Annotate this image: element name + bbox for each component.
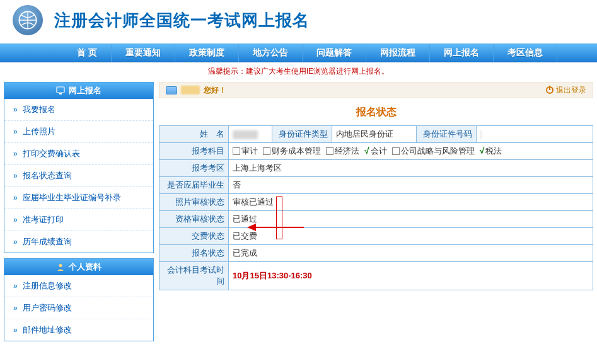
svg-point-3 bbox=[59, 264, 62, 267]
sidebar-item-edit-email[interactable]: »邮件地址修改 bbox=[4, 319, 153, 341]
reg-status-value: 已完成 bbox=[229, 245, 593, 262]
site-title: 注册会计师全国统一考试网上报名 bbox=[54, 9, 310, 31]
chevron-right-icon: » bbox=[13, 215, 18, 224]
panel-profile-title: 个人资料 bbox=[69, 261, 101, 273]
sidebar-item-apply[interactable]: »我要报名 bbox=[4, 99, 153, 121]
nav-home[interactable]: 首 页 bbox=[63, 44, 112, 62]
subjects-cell: 审计财务成本管理经济法√会计公司战略与风险管理√税法 bbox=[229, 143, 593, 160]
subject-label: 经济法 bbox=[335, 146, 359, 156]
chevron-right-icon: » bbox=[13, 171, 18, 180]
chevron-right-icon: » bbox=[13, 193, 18, 202]
panel-register: 网上报名 »我要报名 »上传照片 »打印交费确认表 »报名状态查询 »应届毕业生… bbox=[4, 82, 154, 253]
panel-profile: 个人资料 »注册信息修改 »用户密码修改 »邮件地址修改 bbox=[4, 258, 154, 341]
id-type-value: 内地居民身份证 bbox=[332, 126, 417, 143]
panel-register-title: 网上报名 bbox=[69, 85, 101, 96]
main-nav: 首 页 重要通知 政策制度 地方公告 问题解答 网报流程 网上报名 考区信息 bbox=[0, 43, 597, 62]
panel-profile-header: 个人资料 bbox=[4, 259, 153, 275]
id-no-value bbox=[477, 126, 593, 143]
nav-exam-area[interactable]: 考区信息 bbox=[494, 44, 557, 62]
nav-register[interactable]: 网上报名 bbox=[430, 44, 494, 62]
qual-status-value: 已通过 bbox=[229, 211, 593, 228]
photo-status-value: 审核已通过 bbox=[229, 194, 593, 211]
chevron-right-icon: » bbox=[13, 105, 18, 114]
subject-item: 公司战略与风险管理 bbox=[392, 146, 475, 156]
greeting-text: 您好！ bbox=[204, 85, 226, 96]
subject-item: √税法 bbox=[480, 146, 502, 156]
logout-button[interactable]: 退出登录 bbox=[546, 85, 586, 96]
sidebar-item-past-scores[interactable]: »历年成绩查询 bbox=[4, 231, 153, 253]
name-value bbox=[229, 126, 272, 143]
chevron-right-icon: » bbox=[13, 149, 18, 158]
area-label: 报考考区 bbox=[159, 160, 229, 177]
header: 注册会计师全国统一考试网上报名 bbox=[0, 0, 597, 43]
nav-faq[interactable]: 问题解答 bbox=[303, 44, 366, 62]
subject-label: 公司战略与风险管理 bbox=[401, 146, 475, 156]
check-icon: √ bbox=[364, 145, 369, 156]
sidebar-item-print-payment[interactable]: »打印交费确认表 bbox=[4, 143, 153, 165]
subject-label: 税法 bbox=[485, 146, 502, 156]
nav-notices[interactable]: 重要通知 bbox=[112, 44, 175, 62]
nav-flow[interactable]: 网报流程 bbox=[366, 44, 430, 62]
subject-item: 财务成本管理 bbox=[263, 146, 321, 156]
reg-status-label: 报名状态 bbox=[159, 245, 229, 262]
subjects-label: 报考科目 bbox=[159, 143, 229, 160]
greeting-bar: 您好！ 退出登录 bbox=[159, 82, 593, 98]
chevron-right-icon: » bbox=[13, 304, 18, 312]
card-icon bbox=[166, 86, 177, 94]
sidebar-item-edit-register[interactable]: »注册信息修改 bbox=[4, 275, 153, 297]
sidebar-item-graduate-supplement[interactable]: »应届毕业生毕业证编号补录 bbox=[4, 187, 153, 209]
chevron-right-icon: » bbox=[13, 282, 18, 290]
subject-label: 会计 bbox=[371, 146, 387, 156]
check-icon: √ bbox=[480, 145, 485, 156]
sidebar-item-print-admission[interactable]: »准考证打印 bbox=[4, 209, 153, 231]
nav-local[interactable]: 地方公告 bbox=[239, 44, 303, 62]
subject-item: 审计 bbox=[233, 146, 258, 156]
svg-rect-2 bbox=[59, 93, 62, 94]
exam-time-label: 会计科目考试时间 bbox=[159, 262, 229, 290]
sidebar-item-upload-photo[interactable]: »上传照片 bbox=[4, 121, 153, 143]
subject-label: 财务成本管理 bbox=[272, 146, 321, 156]
chevron-right-icon: » bbox=[13, 326, 18, 334]
tip-bar: 温馨提示：建议广大考生使用IE浏览器进行网上报名。 bbox=[0, 62, 597, 79]
svg-rect-1 bbox=[57, 87, 64, 93]
nav-policy[interactable]: 政策制度 bbox=[175, 44, 239, 62]
qual-status-label: 资格审核状态 bbox=[159, 211, 229, 228]
subject-label: 审计 bbox=[241, 146, 258, 156]
id-type-label: 身份证件类型 bbox=[272, 126, 332, 143]
person-icon bbox=[56, 263, 65, 271]
site-logo bbox=[13, 5, 43, 35]
left-sidebar: 网上报名 »我要报名 »上传照片 »打印交费确认表 »报名状态查询 »应届毕业生… bbox=[4, 82, 154, 346]
sidebar-item-edit-password[interactable]: »用户密码修改 bbox=[4, 297, 153, 319]
area-value: 上海上海考区 bbox=[229, 160, 593, 177]
grad-value: 否 bbox=[229, 177, 593, 194]
subject-item: 经济法 bbox=[326, 146, 359, 156]
name-label: 姓 名 bbox=[159, 126, 229, 143]
sidebar-item-status-query[interactable]: »报名状态查询 bbox=[4, 165, 153, 187]
power-icon bbox=[546, 86, 554, 94]
user-name-blurred bbox=[181, 86, 200, 94]
exam-time-value: 10月15日13:30-16:30 bbox=[229, 262, 593, 290]
checkbox-icon bbox=[233, 147, 240, 155]
pay-status-value: 已交费 bbox=[229, 228, 593, 245]
monitor-icon bbox=[56, 86, 65, 95]
pay-status-label: 交费状态 bbox=[159, 228, 229, 245]
photo-status-label: 照片审核状态 bbox=[159, 194, 229, 211]
status-table: 姓 名 身份证件类型 内地居民身份证 身份证件号码 报考科目 审计财务成本管理经… bbox=[159, 125, 593, 290]
logout-label: 退出登录 bbox=[556, 85, 586, 96]
grad-label: 是否应届毕业生 bbox=[159, 177, 229, 194]
subject-item: √会计 bbox=[364, 146, 387, 156]
checkbox-icon bbox=[326, 147, 333, 155]
chevron-right-icon: » bbox=[13, 127, 18, 136]
main-content: 您好！ 退出登录 报名状态 姓 名 身份证件类型 内地居民身份证 身份证件号码 … bbox=[159, 82, 593, 346]
page-title: 报名状态 bbox=[159, 101, 593, 125]
checkbox-icon bbox=[392, 147, 400, 155]
panel-register-header: 网上报名 bbox=[4, 82, 153, 99]
chevron-right-icon: » bbox=[13, 237, 18, 246]
id-no-label: 身份证件号码 bbox=[417, 126, 477, 143]
checkbox-icon bbox=[263, 147, 270, 155]
